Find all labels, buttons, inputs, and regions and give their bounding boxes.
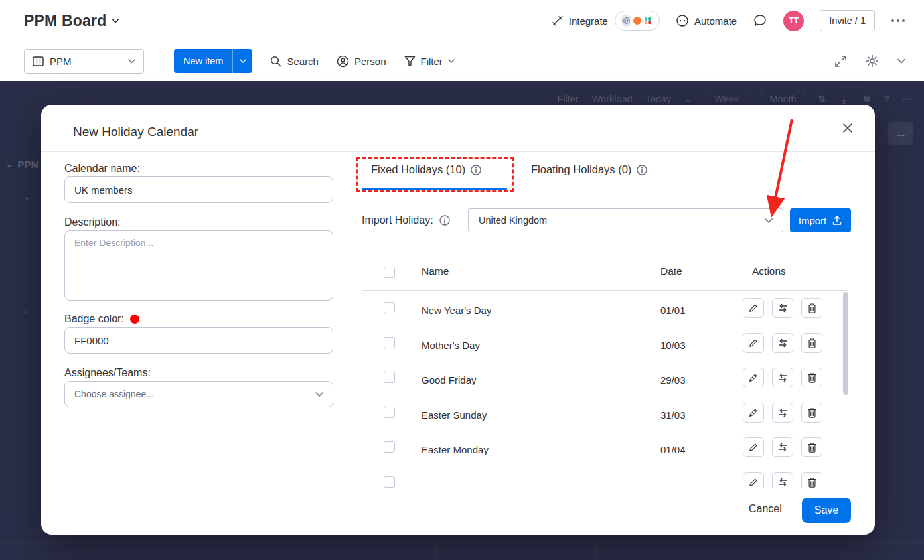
- row-checkbox[interactable]: [384, 407, 395, 418]
- integration-apps-badges: [615, 11, 660, 31]
- search-button[interactable]: Search: [270, 56, 319, 67]
- delete-button[interactable]: [801, 368, 822, 387]
- swap-button[interactable]: [772, 403, 793, 423]
- collapse-header-chevron-icon[interactable]: [897, 58, 905, 64]
- settings-gear-icon[interactable]: [866, 54, 879, 68]
- delete-button[interactable]: [801, 403, 822, 423]
- badge-color-swatch: [130, 315, 139, 324]
- tab-fixed-holidays[interactable]: Fixed Holidays (10): [371, 163, 481, 176]
- person-filter-button[interactable]: Person: [337, 55, 386, 68]
- row-checkbox[interactable]: [384, 441, 395, 453]
- swap-button[interactable]: [772, 437, 793, 457]
- row-checkbox[interactable]: [384, 302, 395, 313]
- bg-download-icon: ⭳: [840, 94, 850, 104]
- swap-button[interactable]: [772, 333, 793, 353]
- holiday-date: 01/04: [660, 444, 686, 455]
- integrate-button[interactable]: Integrate: [551, 11, 660, 31]
- edit-button[interactable]: [743, 437, 764, 457]
- filter-button[interactable]: Filter: [404, 56, 455, 67]
- tab-floating-holidays[interactable]: Floating Holidays (0): [531, 163, 647, 176]
- divider: [159, 53, 159, 69]
- table-scrollbar[interactable]: [843, 292, 848, 395]
- invite-button[interactable]: Invite / 1: [820, 10, 875, 31]
- top-header: PPM Board Integrate: [0, 0, 924, 41]
- holiday-date: 01/01: [660, 305, 686, 316]
- info-icon[interactable]: [471, 165, 481, 175]
- edit-button[interactable]: [743, 472, 764, 488]
- delete-button[interactable]: [801, 437, 822, 457]
- calendar-name-input[interactable]: [64, 176, 333, 203]
- assignees-select[interactable]: Choose assignee...: [64, 381, 333, 407]
- delete-button[interactable]: [801, 333, 822, 353]
- assignees-placeholder: Choose assignee...: [74, 389, 154, 399]
- holiday-date: 29/03: [660, 374, 686, 385]
- new-item-button[interactable]: New item: [174, 49, 232, 73]
- edit-button[interactable]: [743, 333, 764, 353]
- edit-button[interactable]: [743, 403, 764, 423]
- board-view-label: PPM: [50, 56, 72, 67]
- holiday-date: 10/03: [660, 340, 686, 351]
- select-all-checkbox[interactable]: [384, 267, 395, 278]
- info-icon[interactable]: [439, 215, 450, 226]
- row-checkbox[interactable]: [384, 337, 395, 348]
- expand-view-icon[interactable]: [834, 55, 847, 68]
- upload-icon: [832, 215, 842, 226]
- import-button[interactable]: Import: [790, 208, 851, 232]
- holiday-date: 31/03: [660, 409, 686, 421]
- bg-today-label: Today: [646, 94, 672, 104]
- table-row: New Year's Day 01/01: [362, 291, 851, 326]
- chat-icon[interactable]: [753, 13, 767, 28]
- badge-color-label: Badge color:: [64, 313, 139, 325]
- swap-button[interactable]: [772, 368, 793, 387]
- holiday-name: Easter Sunday: [422, 409, 487, 421]
- bg-today-chevron-icon: ⌄: [684, 94, 692, 104]
- info-icon[interactable]: [637, 165, 647, 175]
- close-icon[interactable]: [843, 123, 852, 133]
- cancel-button[interactable]: Cancel: [749, 503, 782, 515]
- bg-help-icon: ?: [884, 94, 889, 104]
- edit-button[interactable]: [743, 298, 764, 318]
- automate-button[interactable]: Automate: [676, 14, 737, 27]
- edit-button[interactable]: [743, 368, 764, 387]
- board-view-selector[interactable]: PPM: [24, 49, 144, 74]
- table-row: Good Friday 29/03: [362, 360, 851, 395]
- integration-app-icon: [641, 13, 655, 28]
- bg-grid-line: [596, 543, 597, 560]
- filter-label: Filter: [421, 56, 443, 67]
- bg-settings-icon: ≋: [862, 94, 870, 104]
- bg-workload-label: Workload: [592, 94, 633, 104]
- column-header-actions: Actions: [752, 265, 786, 277]
- country-select[interactable]: United Kingdom: [468, 208, 783, 232]
- swap-button[interactable]: [772, 298, 793, 318]
- delete-button[interactable]: [801, 298, 822, 318]
- bg-group-label: ⌄PPM: [5, 158, 39, 170]
- column-header-date: Date: [660, 265, 682, 277]
- divider: [41, 151, 875, 152]
- swap-button[interactable]: [772, 472, 793, 488]
- user-avatar[interactable]: TT: [783, 11, 804, 31]
- board-title-chevron-icon[interactable]: [112, 18, 119, 23]
- more-options-icon[interactable]: [891, 19, 905, 23]
- holiday-table-header: Name Date Actions: [362, 265, 851, 284]
- row-checkbox[interactable]: [384, 372, 395, 383]
- assignees-label: Assignees/Teams:: [64, 367, 151, 379]
- bg-chevron-right-icon: ›: [24, 305, 27, 317]
- holiday-name: Good Friday: [422, 374, 477, 385]
- integrate-icon: [551, 15, 564, 27]
- table-view-icon: [33, 56, 44, 66]
- save-button[interactable]: Save: [802, 498, 851, 523]
- delete-button[interactable]: [801, 472, 822, 488]
- description-textarea[interactable]: [64, 230, 333, 301]
- calendar-name-label: Calendar name:: [64, 163, 140, 175]
- badge-color-input[interactable]: [64, 327, 333, 354]
- bg-sort-icon: ⇅: [818, 94, 826, 104]
- bg-grid-line: [436, 543, 437, 560]
- bg-grid-line: [0, 542, 924, 543]
- new-item-dropdown-chevron-icon[interactable]: [232, 49, 252, 73]
- holiday-name: Mother's Day: [422, 340, 480, 351]
- row-checkbox[interactable]: [384, 476, 395, 488]
- column-header-name: Name: [422, 265, 449, 277]
- table-row: [362, 465, 851, 488]
- import-holiday-label: Import Holiday:: [362, 214, 450, 226]
- bg-more-icon: ⋯: [903, 94, 913, 104]
